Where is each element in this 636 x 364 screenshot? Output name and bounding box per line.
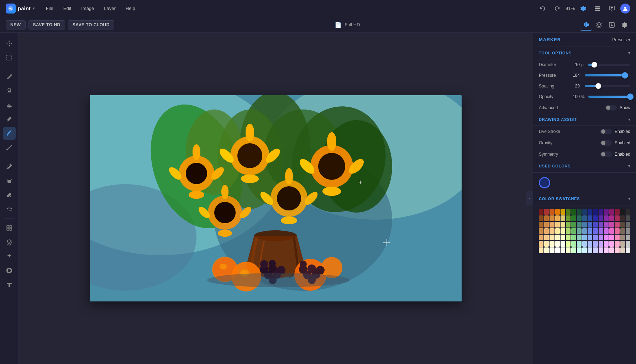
color-swatch-5-7[interactable] xyxy=(577,241,582,247)
color-swatch-1-0[interactable] xyxy=(539,215,543,221)
color-swatch-5-14[interactable] xyxy=(615,241,619,247)
gravity-toggle[interactable] xyxy=(600,140,612,146)
color-swatch-2-16[interactable] xyxy=(626,222,630,228)
color-swatch-0-5[interactable] xyxy=(566,209,571,215)
color-swatch-0-2[interactable] xyxy=(550,209,554,215)
color-swatch-6-4[interactable] xyxy=(561,247,565,253)
color-swatch-6-6[interactable] xyxy=(571,247,576,253)
color-swatch-5-6[interactable] xyxy=(571,241,576,247)
color-swatch-1-15[interactable] xyxy=(620,215,625,221)
presets-dropdown[interactable]: Presets ▾ xyxy=(612,37,630,42)
color-swatch-5-13[interactable] xyxy=(609,241,614,247)
spacing-slider[interactable] xyxy=(585,85,630,87)
color-swatch-4-3[interactable] xyxy=(555,235,560,240)
tool-line[interactable] xyxy=(3,141,16,154)
color-swatch-1-12[interactable] xyxy=(604,215,609,221)
color-swatch-6-15[interactable] xyxy=(620,247,625,253)
color-swatch-5-0[interactable] xyxy=(539,241,543,247)
color-swatch-6-1[interactable] xyxy=(544,247,549,253)
color-swatch-4-16[interactable] xyxy=(626,235,630,240)
color-swatch-5-2[interactable] xyxy=(550,241,554,247)
color-swatch-2-2[interactable] xyxy=(550,222,554,228)
color-swatch-0-7[interactable] xyxy=(577,209,582,215)
tool-move[interactable] xyxy=(3,37,16,50)
color-swatch-6-5[interactable] xyxy=(566,247,571,253)
panel-toggle[interactable]: › xyxy=(526,191,533,205)
tool-select[interactable] xyxy=(3,51,16,64)
color-swatch-1-13[interactable] xyxy=(609,215,614,221)
color-swatch-4-0[interactable] xyxy=(539,235,543,240)
color-swatch-6-3[interactable] xyxy=(555,247,560,253)
color-swatch-1-9[interactable] xyxy=(588,215,592,221)
color-swatch-4-14[interactable] xyxy=(615,235,619,240)
color-swatch-4-10[interactable] xyxy=(593,235,598,240)
color-swatch-0-11[interactable] xyxy=(599,209,603,215)
color-swatch-4-13[interactable] xyxy=(609,235,614,240)
color-swatch-0-10[interactable] xyxy=(593,209,598,215)
symmetry-toggle[interactable] xyxy=(600,151,612,157)
color-swatch-5-15[interactable] xyxy=(620,241,625,247)
redo-button[interactable] xyxy=(551,3,563,14)
user-avatar[interactable] xyxy=(620,4,630,14)
color-swatch-5-3[interactable] xyxy=(555,241,560,247)
tool-options-section-header[interactable]: TOOL OPTIONS ▾ xyxy=(533,47,636,59)
color-swatch-4-2[interactable] xyxy=(550,235,554,240)
color-swatch-1-3[interactable] xyxy=(555,215,560,221)
tool-grid[interactable] xyxy=(3,221,16,234)
color-swatch-2-12[interactable] xyxy=(604,222,609,228)
color-swatch-0-4[interactable] xyxy=(561,209,565,215)
zoom-level[interactable]: 91% xyxy=(566,6,575,11)
tool-pen[interactable] xyxy=(3,70,16,83)
tool-stamp[interactable] xyxy=(3,84,16,97)
color-swatch-4-12[interactable] xyxy=(604,235,609,240)
color-swatch-3-15[interactable] xyxy=(620,228,625,234)
color-swatch-1-7[interactable] xyxy=(577,215,582,221)
color-swatch-4-6[interactable] xyxy=(571,235,576,240)
color-swatch-2-4[interactable] xyxy=(561,222,565,228)
app-logo[interactable]: paint ▾ xyxy=(6,4,35,14)
color-swatch-0-16[interactable] xyxy=(626,209,630,215)
color-swatch-4-4[interactable] xyxy=(561,235,565,240)
color-swatch-0-9[interactable] xyxy=(588,209,592,215)
tool-star[interactable] xyxy=(3,264,16,277)
color-swatch-0-6[interactable] xyxy=(571,209,576,215)
color-swatch-2-8[interactable] xyxy=(582,222,587,228)
tool-layers[interactable] xyxy=(3,236,16,248)
color-swatch-5-16[interactable] xyxy=(626,241,630,247)
color-swatch-3-8[interactable] xyxy=(582,228,587,234)
color-swatch-5-4[interactable] xyxy=(561,241,565,247)
color-swatch-5-5[interactable] xyxy=(566,241,571,247)
tool-fill[interactable] xyxy=(3,188,16,201)
color-swatch-6-16[interactable] xyxy=(626,247,630,253)
color-swatch-1-1[interactable] xyxy=(544,215,549,221)
save-cloud-button[interactable]: SAVE TO CLOUD xyxy=(68,20,114,30)
color-swatch-2-3[interactable] xyxy=(555,222,560,228)
color-swatch-0-8[interactable] xyxy=(582,209,587,215)
tool-effects[interactable] xyxy=(3,250,16,263)
color-swatch-5-10[interactable] xyxy=(593,241,598,247)
tool-pencil[interactable] xyxy=(3,113,16,125)
color-swatch-4-8[interactable] xyxy=(582,235,587,240)
color-swatch-2-6[interactable] xyxy=(571,222,576,228)
color-swatch-2-0[interactable] xyxy=(539,222,543,228)
used-color-1[interactable] xyxy=(539,177,550,188)
drawing-assist-section-header[interactable]: DRAWING ASSIST ▾ xyxy=(533,113,636,126)
advanced-toggle[interactable] xyxy=(605,105,617,111)
color-swatch-3-3[interactable] xyxy=(555,228,560,234)
color-swatch-4-11[interactable] xyxy=(599,235,603,240)
menu-layer[interactable]: Layer xyxy=(100,4,120,13)
export-panel-icon[interactable] xyxy=(606,19,617,31)
color-swatch-2-5[interactable] xyxy=(566,222,571,228)
app-dropdown-arrow[interactable]: ▾ xyxy=(33,6,35,10)
pressure-slider[interactable] xyxy=(585,74,630,76)
color-swatch-6-7[interactable] xyxy=(577,247,582,253)
menu-image[interactable]: Image xyxy=(77,4,98,13)
color-swatch-0-15[interactable] xyxy=(620,209,625,215)
color-swatch-2-15[interactable] xyxy=(620,222,625,228)
color-swatch-6-12[interactable] xyxy=(604,247,609,253)
color-swatch-6-0[interactable] xyxy=(539,247,543,253)
app-settings-icon[interactable] xyxy=(619,19,630,31)
menu-file[interactable]: File xyxy=(42,4,58,13)
color-swatch-2-13[interactable] xyxy=(609,222,614,228)
color-swatch-0-12[interactable] xyxy=(604,209,609,215)
